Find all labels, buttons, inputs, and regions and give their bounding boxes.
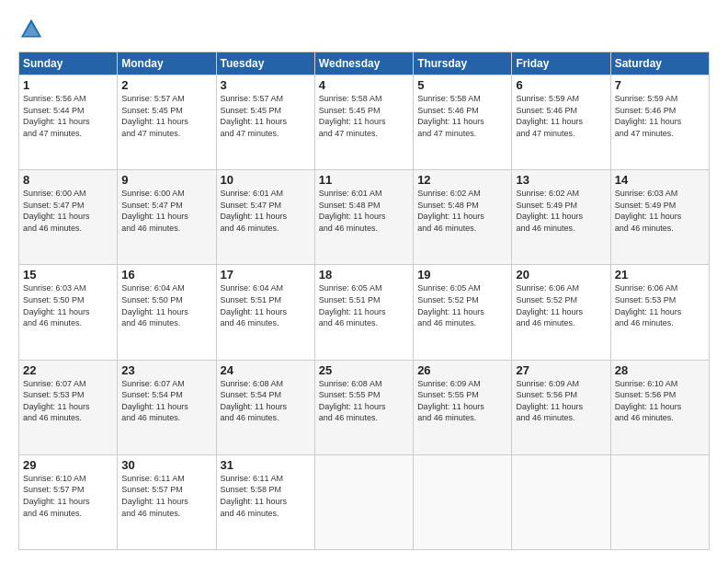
calendar-cell: 23Sunrise: 6:07 AM Sunset: 5:54 PM Dayli… — [118, 360, 216, 454]
weekday-monday: Monday — [118, 52, 216, 75]
day-info: Sunrise: 6:02 AM Sunset: 5:49 PM Dayligh… — [516, 188, 606, 234]
day-info: Sunrise: 6:07 AM Sunset: 5:54 PM Dayligh… — [121, 378, 211, 424]
weekday-sunday: Sunday — [19, 52, 118, 75]
calendar-cell: 19Sunrise: 6:05 AM Sunset: 5:52 PM Dayli… — [414, 265, 512, 360]
day-info: Sunrise: 6:02 AM Sunset: 5:48 PM Dayligh… — [417, 188, 507, 234]
calendar-cell: 29Sunrise: 6:10 AM Sunset: 5:57 PM Dayli… — [19, 454, 118, 549]
day-info: Sunrise: 5:56 AM Sunset: 5:44 PM Dayligh… — [23, 93, 113, 139]
day-number: 30 — [121, 458, 211, 472]
calendar-cell — [512, 454, 610, 549]
day-number: 16 — [121, 268, 211, 282]
day-number: 15 — [23, 268, 113, 282]
calendar-cell: 24Sunrise: 6:08 AM Sunset: 5:54 PM Dayli… — [216, 360, 314, 454]
calendar-cell: 12Sunrise: 6:02 AM Sunset: 5:48 PM Dayli… — [414, 170, 512, 265]
calendar-cell: 31Sunrise: 6:11 AM Sunset: 5:58 PM Dayli… — [216, 454, 314, 549]
day-info: Sunrise: 6:09 AM Sunset: 5:55 PM Dayligh… — [417, 378, 507, 424]
day-number: 24 — [221, 363, 311, 377]
day-number: 2 — [121, 78, 211, 92]
week-row-2: 8Sunrise: 6:00 AM Sunset: 5:47 PM Daylig… — [19, 170, 710, 265]
calendar-cell: 22Sunrise: 6:07 AM Sunset: 5:53 PM Dayli… — [19, 360, 118, 454]
day-info: Sunrise: 5:59 AM Sunset: 5:46 PM Dayligh… — [516, 93, 606, 139]
day-number: 3 — [221, 78, 311, 92]
day-number: 21 — [615, 268, 705, 282]
calendar-cell: 30Sunrise: 6:11 AM Sunset: 5:57 PM Dayli… — [118, 454, 216, 549]
calendar-cell: 9Sunrise: 6:00 AM Sunset: 5:47 PM Daylig… — [118, 170, 216, 265]
calendar-cell: 2Sunrise: 5:57 AM Sunset: 5:45 PM Daylig… — [118, 75, 216, 170]
day-number: 8 — [23, 173, 113, 187]
calendar-cell: 6Sunrise: 5:59 AM Sunset: 5:46 PM Daylig… — [512, 75, 610, 170]
calendar-cell: 26Sunrise: 6:09 AM Sunset: 5:55 PM Dayli… — [414, 360, 512, 454]
day-number: 14 — [615, 173, 705, 187]
day-info: Sunrise: 5:59 AM Sunset: 5:46 PM Dayligh… — [615, 93, 705, 139]
weekday-header-row: SundayMondayTuesdayWednesdayThursdayFrid… — [19, 52, 710, 75]
day-number: 5 — [417, 78, 507, 92]
day-number: 10 — [221, 173, 311, 187]
day-number: 26 — [417, 363, 507, 377]
day-number: 19 — [417, 268, 507, 282]
day-number: 13 — [516, 173, 606, 187]
day-info: Sunrise: 6:00 AM Sunset: 5:47 PM Dayligh… — [23, 188, 113, 234]
calendar-cell: 10Sunrise: 6:01 AM Sunset: 5:47 PM Dayli… — [216, 170, 314, 265]
calendar-cell: 18Sunrise: 6:05 AM Sunset: 5:51 PM Dayli… — [314, 265, 413, 360]
calendar-cell — [314, 454, 413, 549]
day-info: Sunrise: 6:00 AM Sunset: 5:47 PM Dayligh… — [121, 188, 211, 234]
day-info: Sunrise: 6:10 AM Sunset: 5:56 PM Dayligh… — [615, 378, 705, 424]
day-number: 20 — [516, 268, 606, 282]
week-row-5: 29Sunrise: 6:10 AM Sunset: 5:57 PM Dayli… — [19, 454, 710, 549]
calendar-cell: 20Sunrise: 6:06 AM Sunset: 5:52 PM Dayli… — [512, 265, 610, 360]
weekday-friday: Friday — [512, 52, 610, 75]
logo-icon — [18, 17, 44, 42]
day-info: Sunrise: 6:01 AM Sunset: 5:47 PM Dayligh… — [221, 188, 311, 234]
day-number: 11 — [319, 173, 409, 187]
day-number: 17 — [221, 268, 311, 282]
logo — [18, 17, 48, 42]
calendar-cell: 1Sunrise: 5:56 AM Sunset: 5:44 PM Daylig… — [19, 75, 118, 170]
weekday-thursday: Thursday — [414, 52, 512, 75]
calendar-cell: 13Sunrise: 6:02 AM Sunset: 5:49 PM Dayli… — [512, 170, 610, 265]
day-info: Sunrise: 6:11 AM Sunset: 5:58 PM Dayligh… — [221, 473, 311, 519]
day-number: 12 — [417, 173, 507, 187]
day-info: Sunrise: 6:03 AM Sunset: 5:49 PM Dayligh… — [615, 188, 705, 234]
day-info: Sunrise: 6:04 AM Sunset: 5:50 PM Dayligh… — [121, 282, 211, 328]
day-info: Sunrise: 6:04 AM Sunset: 5:51 PM Dayligh… — [221, 282, 311, 328]
calendar-cell: 4Sunrise: 5:58 AM Sunset: 5:45 PM Daylig… — [314, 75, 413, 170]
day-info: Sunrise: 6:11 AM Sunset: 5:57 PM Dayligh… — [121, 473, 211, 519]
day-number: 23 — [121, 363, 211, 377]
calendar-cell: 21Sunrise: 6:06 AM Sunset: 5:53 PM Dayli… — [610, 265, 709, 360]
day-info: Sunrise: 6:09 AM Sunset: 5:56 PM Dayligh… — [516, 378, 606, 424]
day-number: 29 — [23, 458, 113, 472]
day-number: 7 — [615, 78, 705, 92]
calendar-cell: 7Sunrise: 5:59 AM Sunset: 5:46 PM Daylig… — [610, 75, 709, 170]
calendar-cell — [610, 454, 709, 549]
day-number: 31 — [221, 458, 311, 472]
calendar-cell: 16Sunrise: 6:04 AM Sunset: 5:50 PM Dayli… — [118, 265, 216, 360]
day-number: 1 — [23, 78, 113, 92]
day-info: Sunrise: 5:58 AM Sunset: 5:46 PM Dayligh… — [417, 93, 507, 139]
day-info: Sunrise: 6:01 AM Sunset: 5:48 PM Dayligh… — [319, 188, 409, 234]
calendar-cell: 11Sunrise: 6:01 AM Sunset: 5:48 PM Dayli… — [314, 170, 413, 265]
day-number: 9 — [121, 173, 211, 187]
day-number: 4 — [319, 78, 409, 92]
page: SundayMondayTuesdayWednesdayThursdayFrid… — [0, 0, 728, 563]
day-info: Sunrise: 6:06 AM Sunset: 5:52 PM Dayligh… — [516, 282, 606, 328]
day-info: Sunrise: 6:03 AM Sunset: 5:50 PM Dayligh… — [23, 282, 113, 328]
day-info: Sunrise: 5:57 AM Sunset: 5:45 PM Dayligh… — [221, 93, 311, 139]
day-number: 27 — [516, 363, 606, 377]
weekday-wednesday: Wednesday — [314, 52, 413, 75]
day-number: 28 — [615, 363, 705, 377]
calendar-body: 1Sunrise: 5:56 AM Sunset: 5:44 PM Daylig… — [19, 75, 710, 550]
calendar-cell: 3Sunrise: 5:57 AM Sunset: 5:45 PM Daylig… — [216, 75, 314, 170]
weekday-saturday: Saturday — [610, 52, 709, 75]
day-info: Sunrise: 6:07 AM Sunset: 5:53 PM Dayligh… — [23, 378, 113, 424]
header — [18, 17, 710, 42]
day-number: 25 — [319, 363, 409, 377]
day-number: 18 — [319, 268, 409, 282]
week-row-4: 22Sunrise: 6:07 AM Sunset: 5:53 PM Dayli… — [19, 360, 710, 454]
day-number: 22 — [23, 363, 113, 377]
calendar-table: SundayMondayTuesdayWednesdayThursdayFrid… — [18, 52, 710, 550]
day-info: Sunrise: 6:08 AM Sunset: 5:54 PM Dayligh… — [221, 378, 311, 424]
day-info: Sunrise: 6:06 AM Sunset: 5:53 PM Dayligh… — [615, 282, 705, 328]
calendar-cell: 5Sunrise: 5:58 AM Sunset: 5:46 PM Daylig… — [414, 75, 512, 170]
day-info: Sunrise: 6:05 AM Sunset: 5:51 PM Dayligh… — [319, 282, 409, 328]
calendar-cell: 8Sunrise: 6:00 AM Sunset: 5:47 PM Daylig… — [19, 170, 118, 265]
